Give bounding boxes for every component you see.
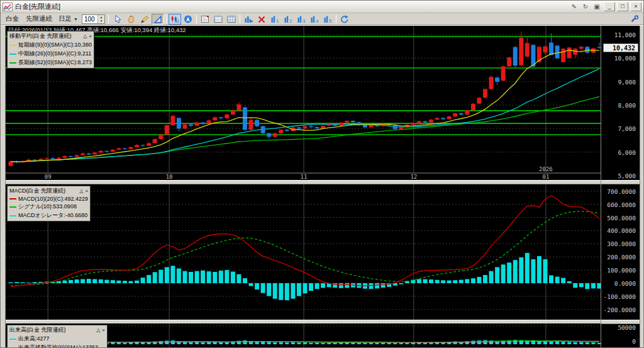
- axis-tick-label: 5,000: [618, 172, 636, 179]
- axis-tick-label: 7,000: [618, 125, 636, 132]
- hand-tool-icon[interactable]: [125, 14, 138, 25]
- toolbar-separator: [196, 14, 197, 23]
- trendline-tool-icon[interactable]: [152, 14, 164, 25]
- svg-text:10: 10: [166, 174, 173, 180]
- svg-text:12: 12: [410, 174, 417, 180]
- axis-tick-label: 200.0000: [607, 254, 636, 261]
- svg-text:01: 01: [542, 174, 549, 180]
- chart-region: 09101112202601 11,00010,0009,0008,0007,0…: [1, 25, 644, 348]
- settings-wrench-icon[interactable]: [628, 14, 641, 25]
- legend-item-label: 中期線(26)(0)(SMA)(C):9,211: [18, 50, 91, 58]
- layout-1-icon[interactable]: 1: [269, 14, 281, 25]
- panel-separator[interactable]: [6, 180, 640, 184]
- close-icon[interactable]: ×: [89, 33, 92, 39]
- window-title: 白金[先限連続]: [15, 2, 569, 11]
- legend-item-label: 出来高移動平均(9)(SMA):13353: [18, 344, 98, 348]
- legend-item: 中期線(26)(0)(SMA)(C):9,211: [9, 50, 92, 58]
- svg-text:2: 2: [289, 18, 292, 23]
- macd-panel[interactable]: [6, 184, 601, 320]
- quote-grid-icon[interactable]: [225, 14, 238, 25]
- axis-tick-label: 6,000: [618, 149, 636, 156]
- axis-tick-label: 9,000: [618, 79, 636, 86]
- legend-item: シグナル(10):533.0908: [9, 203, 88, 211]
- legend-item: 短期線(9)(0)(SMA)(C):10,380: [9, 41, 92, 49]
- legend-marker: [9, 339, 16, 340]
- legend-marker: [9, 53, 16, 55]
- legend-title: 移動平均(白金 先限連続): [9, 32, 72, 40]
- period-dropdown[interactable]: 日足▼: [57, 14, 80, 23]
- legend-item-label: シグナル(10):533.0908: [18, 203, 77, 211]
- chart-window: 白金[先限連続] ✎ ↻ ▣ _ □ × 白金 先限連続 日足▼ 100 ▲▼ …: [0, 0, 644, 348]
- chart-type-icon[interactable]: [242, 14, 255, 25]
- axis-tick-label: -200.0000: [604, 306, 636, 313]
- axis-tick-label: 10,000: [614, 55, 636, 62]
- legend-item: 出来高:4277: [9, 335, 105, 343]
- contract-label: 先限連続: [23, 14, 55, 23]
- collapse-icon[interactable]: △: [96, 327, 100, 333]
- app-chart-icon: [3, 3, 13, 11]
- refresh-icon[interactable]: [338, 14, 351, 25]
- quote-rows-icon[interactable]: [212, 14, 225, 25]
- layout-2-icon[interactable]: 2: [282, 14, 294, 25]
- popout-icon[interactable]: ▣: [592, 3, 602, 11]
- legend-marker: [9, 206, 16, 208]
- axis-tick-label: 11,000: [614, 31, 636, 38]
- volume-legend: 出来高(白金 先限連続) △ × 出来高:4277 出来高移動平均(9)(SMA…: [7, 325, 108, 348]
- legend-marker: [9, 62, 16, 64]
- collapse-icon[interactable]: △: [83, 33, 87, 39]
- select-pointer-icon[interactable]: [112, 14, 125, 25]
- legend-marker: [9, 45, 16, 46]
- close-button[interactable]: ×: [630, 2, 641, 11]
- legend-item: MACDオシレータ:-40.6680: [9, 211, 88, 220]
- last-price-tag: 10,432: [603, 43, 638, 52]
- minimize-button[interactable]: _: [604, 2, 615, 11]
- legend-item-label: 長期線(52)(0)(SMA)(C):8,273: [18, 59, 92, 67]
- toolbar-separator: [336, 14, 336, 23]
- pencil-tool-icon[interactable]: [138, 14, 151, 25]
- annotate-icon[interactable]: ✎: [569, 3, 579, 11]
- close-icon[interactable]: ×: [102, 327, 105, 333]
- candle-cursor-icon[interactable]: [169, 14, 181, 25]
- svg-text:1: 1: [276, 18, 279, 23]
- axis-tick-label: 500.0000: [607, 215, 636, 222]
- main-candle-panel[interactable]: 09101112202601: [6, 26, 601, 180]
- axis-tick-label: 400.0000: [607, 227, 636, 234]
- toolbar-separator: [166, 14, 167, 23]
- svg-text:4: 4: [316, 18, 319, 23]
- symbol-label: 白金: [3, 14, 21, 23]
- collapse-icon[interactable]: △: [79, 188, 83, 194]
- legend-title: 出来高(白金 先限連続): [9, 326, 66, 334]
- layout-5-icon[interactable]: 5: [321, 14, 334, 25]
- layout-4-icon[interactable]: 4: [308, 14, 321, 25]
- board-icon[interactable]: [199, 14, 211, 25]
- layout-3-icon[interactable]: 3: [295, 14, 308, 25]
- title-bar[interactable]: 白金[先限連続] ✎ ↻ ▣ _ □ ×: [1, 1, 643, 13]
- toolbar: 白金 先限連続 日足▼ 100 ▲▼ 12345: [1, 13, 643, 25]
- toolbar-separator: [108, 14, 109, 23]
- legend-item: 長期線(52)(0)(SMA)(C):8,273: [9, 59, 92, 67]
- ma-legend: 移動平均(白金 先限連続) △ × 短期線(9)(0)(SMA)(C):10,3…: [7, 31, 94, 69]
- axis-tick-label: 700.0000: [607, 188, 636, 195]
- svg-text:5: 5: [329, 18, 332, 23]
- legend-marker: [9, 215, 16, 216]
- legend-item-label: 出来高:4277: [18, 335, 50, 343]
- bar-count-spinner[interactable]: 100 ▲▼: [82, 14, 105, 24]
- toolbar-separator: [240, 14, 240, 23]
- axis-tick-label: -100.0000: [604, 293, 636, 300]
- reload-icon[interactable]: ↻: [580, 3, 591, 11]
- legend-item-label: MACDオシレータ:-40.6680: [18, 211, 87, 220]
- axis-tick-label: 0.0000: [614, 280, 636, 287]
- legend-item-label: MACD(10)(20)(C):492.4229: [18, 196, 88, 202]
- axis-tick-label: 8,000: [618, 102, 636, 109]
- indicator-compass-icon[interactable]: [182, 14, 194, 25]
- remove-indicator-icon[interactable]: [255, 14, 268, 25]
- spin-down-icon[interactable]: ▼: [98, 19, 104, 23]
- close-icon[interactable]: ×: [85, 188, 88, 194]
- maximize-button[interactable]: □: [617, 2, 628, 11]
- macd-axis: 700.0000600.0000500.0000400.0000300.0000…: [601, 184, 640, 320]
- axis-tick-label: 300.0000: [607, 240, 636, 247]
- legend-item-label: 短期線(9)(0)(SMA)(C):10,380: [18, 41, 92, 49]
- axis-tick-label: 100.0000: [607, 267, 636, 274]
- legend-marker: [9, 198, 16, 199]
- svg-text:11: 11: [301, 174, 308, 180]
